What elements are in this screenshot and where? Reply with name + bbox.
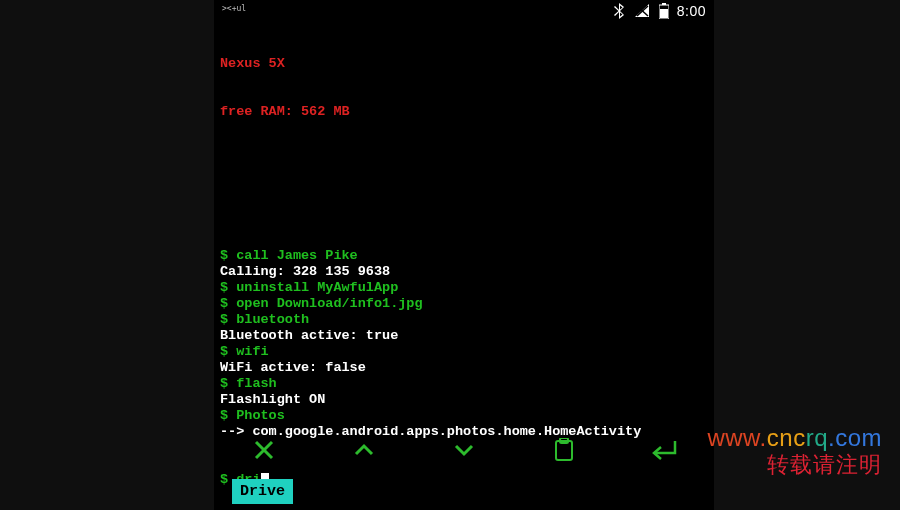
status-bar: ><+ul 8:00: [214, 0, 714, 22]
enter-button[interactable]: [614, 430, 714, 470]
watermark-subtitle: 转载请注明: [707, 450, 882, 480]
controls-row: [214, 430, 714, 470]
watermark-url: www.cncrq.com: [707, 424, 882, 452]
terminal-cmd-line: $ flash: [220, 376, 708, 392]
svg-rect-4: [660, 9, 668, 18]
close-button[interactable]: [214, 430, 314, 470]
bluetooth-icon: [613, 3, 627, 19]
terminal-cmd-line: $ uninstall MyAwfulApp: [220, 280, 708, 296]
statusbar-tiny-label: ><+ul: [222, 4, 246, 13]
terminal-current-line[interactable]: $ dri: [220, 472, 708, 488]
terminal-output-line: Flashlight ON: [220, 392, 708, 408]
up-button[interactable]: [314, 430, 414, 470]
battery-icon: [659, 3, 669, 19]
terminal-cmd-line: $ open Download/info1.jpg: [220, 296, 708, 312]
enter-icon: [650, 439, 678, 461]
clipboard-icon: [554, 438, 574, 462]
phone-frame: ><+ul 8:00: [214, 0, 714, 510]
chevron-down-icon: [453, 443, 475, 457]
terminal-header: Nexus 5X free RAM: 562 MB: [214, 22, 714, 152]
down-button[interactable]: [414, 430, 514, 470]
clock: 8:00: [677, 3, 706, 19]
signal-icon: [635, 4, 651, 18]
terminal-cmd-line: $ bluetooth: [220, 312, 708, 328]
terminal-cmd-line: $ wifi: [220, 344, 708, 360]
chevron-up-icon: [353, 443, 375, 457]
terminal-cmd-line: $ Photos: [220, 408, 708, 424]
suggestion-chip[interactable]: Drive: [232, 479, 293, 504]
terminal-cmd-line: $ call James Pike: [220, 248, 708, 264]
watermark: www.cncrq.com 转载请注明: [707, 424, 882, 480]
free-ram-line: free RAM: 562 MB: [220, 104, 708, 120]
close-icon: [253, 439, 275, 461]
paste-button[interactable]: [514, 430, 614, 470]
terminal-output-line: Calling: 328 135 9638: [220, 264, 708, 280]
terminal-output-line: Bluetooth active: true: [220, 328, 708, 344]
device-name: Nexus 5X: [220, 56, 708, 72]
terminal-output-line: WiFi active: false: [220, 360, 708, 376]
